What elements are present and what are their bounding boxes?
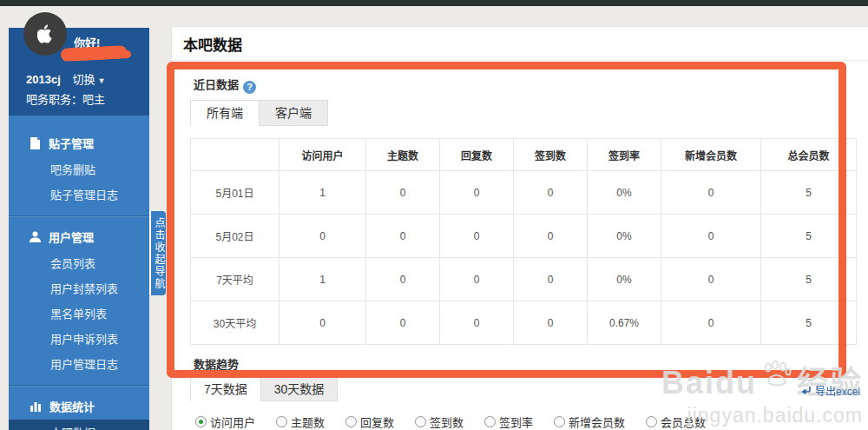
sidebar-item-forum-data[interactable]: 本吧数据: [9, 420, 149, 430]
avatar[interactable]: [23, 12, 67, 56]
radio-dot[interactable]: [554, 416, 565, 427]
page-title: 本吧数据: [172, 27, 868, 61]
client-tabs: 所有端 客户端: [190, 100, 327, 126]
radio-topics[interactable]: 主题数: [276, 413, 325, 430]
col-visitors: 访问用户: [279, 139, 366, 171]
radio-dot[interactable]: [415, 416, 426, 427]
export-arrow-icon: [800, 386, 812, 396]
sidebar-item-post-log[interactable]: 贴子管理日志: [9, 182, 149, 207]
export-excel-link[interactable]: 导出excel: [800, 383, 860, 398]
radio-dot[interactable]: [345, 416, 357, 427]
cell: 0: [661, 301, 761, 345]
sidebar-item-user-log[interactable]: 用户管理日志: [9, 351, 149, 376]
cell: 0: [440, 301, 514, 345]
row-label: 7天平均: [191, 258, 279, 301]
tab-30day[interactable]: 30天数据: [260, 377, 339, 401]
cell: 0: [366, 258, 440, 301]
table-row: 7天平均 1 0 0 0 0% 0 5: [191, 258, 857, 301]
cell: 0: [440, 215, 514, 258]
cell: 0: [440, 171, 514, 215]
top-dark-bar: [0, 0, 868, 6]
cell: 5: [761, 258, 857, 301]
radio-new-members[interactable]: 新增会员数: [554, 413, 625, 430]
username-redaction: [61, 45, 128, 62]
metric-radio-group: 访问用户 主题数 回复数 签到数 签到率 新增会员数 会员总数: [195, 413, 706, 430]
sidebar: 你好! 2013cj 切换▼ 吧务职务：吧主 贴子管理 吧务删贴 贴子管理日志 …: [9, 28, 149, 430]
cell: 0: [661, 258, 761, 301]
table-row: 5月01日 1 0 0 0 0% 0 5: [191, 171, 857, 215]
apple-logo-icon: [37, 24, 53, 43]
account-name: 2013cj: [26, 73, 61, 86]
section-user-management: 用户管理 会员列表 用户封禁列表 黑名单列表 用户申诉列表 用户管理日志: [9, 215, 149, 385]
section-header: 数据统计: [9, 391, 149, 420]
cell: 0: [514, 171, 588, 215]
sidebar-item-bawu-delete[interactable]: 吧务删贴: [9, 156, 149, 182]
section-header: 用户管理: [9, 222, 149, 250]
cell: 0: [514, 258, 588, 301]
role-label: 吧务职务：吧主: [26, 90, 105, 107]
watermark-brand: Baidu: [661, 367, 757, 399]
switch-account-link[interactable]: 切换: [72, 73, 95, 86]
radio-signin-rate[interactable]: 签到率: [484, 413, 533, 430]
cell: 0: [440, 258, 514, 301]
row-label: 5月02日: [191, 215, 279, 258]
col-topics: 主题数: [366, 139, 440, 171]
cell: 0: [366, 215, 440, 258]
section-header: 贴子管理: [9, 128, 149, 156]
trend-tabs: 7天数据 30天数据: [190, 377, 337, 401]
tab-7day[interactable]: 7天数据: [190, 377, 261, 401]
radio-signins[interactable]: 签到数: [415, 413, 464, 430]
section-data-statistics: 数据统计 本吧数据: [9, 385, 149, 430]
radio-dot[interactable]: [646, 416, 657, 427]
radio-dot[interactable]: [195, 416, 207, 427]
cell: 0: [661, 215, 761, 258]
table-header-row: 访问用户 主题数 回复数 签到数 签到率 新增会员数 总会员数: [191, 139, 857, 171]
radio-visitors[interactable]: 访问用户: [195, 413, 255, 430]
help-icon[interactable]: ?: [243, 81, 256, 94]
tab-app-client[interactable]: 客户端: [259, 100, 328, 126]
radio-dot[interactable]: [484, 416, 496, 427]
main-content-panel: 本吧数据 近日数据? 所有端 客户端 访问用户 主题数 回复数 签到数 签到率 …: [171, 26, 868, 430]
col-blank: [191, 139, 279, 171]
collapse-nav-tab[interactable]: 点击收起导航: [149, 211, 166, 295]
cell: 0: [366, 301, 440, 345]
cell: 0%: [588, 215, 661, 258]
col-signin-rate: 签到率: [588, 139, 661, 171]
col-total-members: 总会员数: [761, 139, 857, 171]
cell: 0%: [588, 171, 661, 215]
recent-data-label: 近日数据: [194, 78, 239, 91]
account-row: 2013cj 切换▼: [26, 70, 105, 87]
table-row: 5月02日 0 0 0 0 0% 0 5: [191, 215, 857, 258]
recent-data-heading: 近日数据?: [194, 76, 256, 94]
row-label: 30天平均: [191, 301, 279, 345]
sidebar-item-member-list[interactable]: 会员列表: [9, 250, 149, 275]
table-row: 30天平均 0 0 0 0 0.67% 0 5: [191, 301, 857, 345]
radio-dot[interactable]: [276, 416, 287, 427]
section-post-management: 贴子管理 吧务删贴 贴子管理日志: [9, 122, 149, 215]
user-icon: [30, 231, 41, 242]
sidebar-item-blacklist[interactable]: 黑名单列表: [9, 301, 149, 326]
cell: 5: [761, 301, 857, 345]
tab-all-clients[interactable]: 所有端: [190, 100, 260, 126]
col-replies: 回复数: [440, 139, 514, 171]
radio-replies[interactable]: 回复数: [345, 413, 394, 430]
cell: 0: [661, 171, 761, 215]
row-label: 5月01日: [191, 171, 279, 215]
col-signins: 签到数: [514, 139, 588, 171]
stats-table: 访问用户 主题数 回复数 签到数 签到率 新增会员数 总会员数 5月01日 1 …: [190, 138, 857, 345]
sidebar-item-ban-list[interactable]: 用户封禁列表: [9, 275, 149, 301]
cell: 0: [514, 301, 588, 345]
sidebar-user-panel: 你好! 2013cj 切换▼ 吧务职务：吧主: [9, 28, 149, 116]
sidebar-item-appeal-list[interactable]: 用户申诉列表: [9, 326, 149, 351]
radio-total-members[interactable]: 会员总数: [646, 413, 706, 430]
cell: 5: [761, 171, 857, 215]
cell: 1: [279, 171, 366, 215]
paw-icon: [762, 361, 792, 387]
cell: 1: [279, 258, 366, 301]
stats-icon: [30, 400, 42, 412]
cell: 0: [279, 301, 366, 345]
sidebar-menu: 贴子管理 吧务删贴 贴子管理日志 用户管理 会员列表 用户封禁列表 黑名单列表 …: [9, 116, 149, 430]
chevron-down-icon: ▼: [97, 76, 105, 85]
trend-heading: 数据趋势: [194, 355, 239, 372]
cell: 0: [366, 171, 440, 215]
